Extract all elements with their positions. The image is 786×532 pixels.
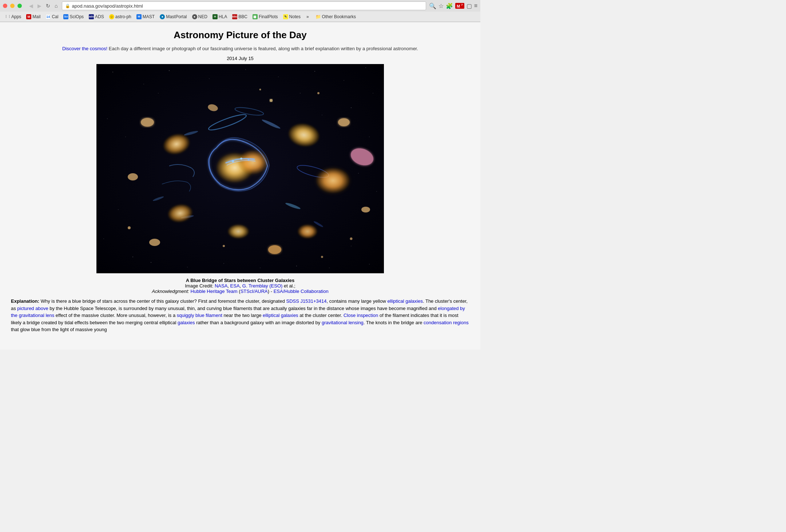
bookmark-bbc[interactable]: bbc BBC xyxy=(230,13,250,20)
gmail-button[interactable]: M 7 xyxy=(455,3,464,9)
refresh-button[interactable]: ↻ xyxy=(44,2,52,9)
other-bookmarks[interactable]: 📁 Other Bookmarks xyxy=(313,13,358,20)
svg-point-55 xyxy=(361,207,370,213)
pictured-above-link[interactable]: pictured above xyxy=(17,306,48,311)
svg-point-2 xyxy=(144,84,144,84)
bookmark-finalplots[interactable]: ▦ FinalPlots xyxy=(250,13,280,20)
elongated-link[interactable]: elongated by the gravitational lens xyxy=(11,306,465,318)
svg-point-56 xyxy=(268,245,281,254)
explanation-label: Explanation: xyxy=(11,298,39,304)
subtitle-text: Each day a different image or photograph… xyxy=(107,46,418,51)
bookmark-mail-label: Mail xyxy=(32,14,40,19)
esa-link[interactable]: ESA xyxy=(230,283,240,289)
bookmark-apps[interactable]: ⋮⋮ Apps xyxy=(3,13,23,20)
bookmark-astroph[interactable]: ☺ astro-ph xyxy=(107,13,134,20)
acknowledgment-label: Acknowledgment: xyxy=(152,289,189,294)
notes-icon: ✎ xyxy=(283,14,288,19)
home-button[interactable]: ⌂ xyxy=(53,2,59,9)
svg-point-65 xyxy=(321,256,323,258)
galaxy-cluster-svg xyxy=(96,64,384,273)
sdss-link[interactable]: SDSS J1531+3414 xyxy=(286,298,327,304)
acknowledgment: Acknowledgment: Hubble Heritage Team (ST… xyxy=(7,289,473,294)
folder-icon: 📁 xyxy=(315,14,321,19)
bookmark-astroph-label: astro-ph xyxy=(115,14,131,19)
back-button[interactable]: ◀ xyxy=(28,2,35,9)
svg-point-6 xyxy=(278,77,279,77)
elliptical-galaxies-link2[interactable]: elliptical galaxies xyxy=(263,313,298,318)
bookmark-cal[interactable]: 14 Cal xyxy=(43,13,60,20)
window-button[interactable]: ▢ xyxy=(467,3,472,9)
close-inspection-link[interactable]: Close inspection xyxy=(344,313,378,318)
svg-point-42 xyxy=(232,160,234,163)
bookmark-ads[interactable]: ads ADS xyxy=(87,13,106,20)
caption-title: A Blue Bridge of Stars between Cluster G… xyxy=(7,278,473,283)
squiggly-filament-link[interactable]: squiggly blue filament xyxy=(177,313,222,318)
bookmark-mast-label: MAST xyxy=(143,14,155,19)
bookmark-ned[interactable]: ● NED xyxy=(190,13,210,20)
svg-point-22 xyxy=(329,268,330,268)
discover-cosmos-link[interactable]: Discover the cosmos! xyxy=(62,46,107,51)
astroph-icon: ☺ xyxy=(109,14,114,19)
page-title: Astronomy Picture of the Day xyxy=(7,29,473,41)
extension-button[interactable]: 🧩 xyxy=(446,3,453,9)
apod-date: 2014 July 15 xyxy=(7,56,473,61)
more-bookmarks-button[interactable]: » xyxy=(304,13,311,20)
svg-point-60 xyxy=(317,92,319,94)
mail-icon: M xyxy=(26,14,31,19)
condensation-regions-link[interactable]: condensation regions xyxy=(424,320,469,325)
forward-button[interactable]: ▶ xyxy=(36,2,43,9)
bookmark-mastportal-label: MastPortal xyxy=(166,14,187,19)
browser-chrome: ◀ ▶ ↻ ⌂ 🔒 apod.nasa.gov/apod/astropix.ht… xyxy=(0,0,480,22)
image-caption: A Blue Bridge of Stars between Cluster G… xyxy=(7,278,473,294)
esa-hubble-link[interactable]: ESA/Hubble Collaboration xyxy=(274,289,329,294)
nasa-link[interactable]: NASA xyxy=(215,283,227,289)
minimize-button[interactable] xyxy=(10,4,15,8)
bookmark-hla[interactable]: H HLA xyxy=(210,13,229,20)
gravitational-lensing-link[interactable]: gravitational lensing xyxy=(322,320,364,325)
svg-point-11 xyxy=(107,118,107,119)
address-bar[interactable]: 🔒 apod.nasa.gov/apod/astropix.html xyxy=(62,1,426,10)
apod-image[interactable] xyxy=(96,64,384,273)
bookmarks-bar: ⋮⋮ Apps M Mail 14 Cal Sci SciOps ads ADS… xyxy=(0,12,480,22)
menu-button[interactable]: ≡ xyxy=(474,3,477,9)
svg-point-10 xyxy=(373,93,373,94)
bookmark-sciops[interactable]: Sci SciOps xyxy=(61,13,86,20)
svg-point-50 xyxy=(297,224,318,239)
hubble-heritage-link[interactable]: Hubble Heritage Team xyxy=(191,289,238,294)
caption-title-text: A Blue Bridge of Stars between Cluster G… xyxy=(186,278,295,283)
bookmark-mail[interactable]: M Mail xyxy=(24,13,43,20)
search-button[interactable]: 🔍 xyxy=(429,3,436,9)
mast-icon: M xyxy=(136,14,142,19)
svg-point-18 xyxy=(104,239,104,239)
svg-point-49 xyxy=(227,224,249,239)
sciops-icon: Sci xyxy=(63,14,68,19)
galaxies-link[interactable]: galaxies xyxy=(178,320,195,325)
bookmark-notes[interactable]: ✎ Notes xyxy=(281,13,303,20)
star-button[interactable]: ☆ xyxy=(438,3,444,9)
svg-point-14 xyxy=(369,137,370,137)
svg-point-61 xyxy=(128,226,131,229)
url-text: apod.nasa.gov/apod/astropix.html xyxy=(72,3,143,9)
svg-point-8 xyxy=(344,80,344,81)
tremblay-link[interactable]: G. Tremblay (ESO) xyxy=(242,283,283,289)
elliptical-galaxies-link[interactable]: elliptical galaxies xyxy=(387,298,423,304)
close-button[interactable] xyxy=(3,4,7,8)
bookmark-notes-label: Notes xyxy=(289,14,301,19)
svg-point-1 xyxy=(112,72,113,72)
svg-point-28 xyxy=(158,93,159,94)
maximize-button[interactable] xyxy=(17,4,22,8)
browser-actions: 🔍 ☆ 🧩 M 7 ▢ ≡ xyxy=(429,3,477,9)
svg-point-17 xyxy=(118,209,118,210)
svg-point-64 xyxy=(259,89,261,91)
svg-point-21 xyxy=(369,264,369,264)
svg-point-58 xyxy=(149,239,160,246)
hla-icon: H xyxy=(213,14,218,19)
bookmark-mastportal[interactable]: ● MastPortal xyxy=(158,13,189,20)
svg-point-20 xyxy=(351,246,352,246)
mastportal-icon: ● xyxy=(160,14,165,19)
stsci-link[interactable]: STScI/AURA xyxy=(241,289,268,294)
page-content: Astronomy Picture of the Day Discover th… xyxy=(0,22,480,350)
bookmark-sciops-label: SciOps xyxy=(70,14,84,19)
bookmark-mast[interactable]: M MAST xyxy=(134,13,157,20)
bookmark-hla-label: HLA xyxy=(219,14,227,19)
